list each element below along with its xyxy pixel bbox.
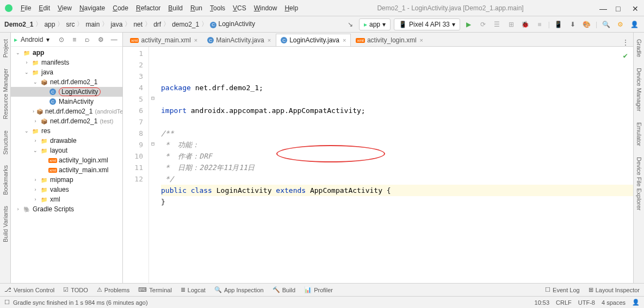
breadcrumb-item[interactable]: app: [44, 21, 55, 28]
tool-window-profiler[interactable]: 📊Profiler: [304, 286, 333, 293]
tree-item[interactable]: ⌄📁res: [11, 126, 122, 136]
maximize-button[interactable]: □: [616, 4, 623, 12]
breadcrumb-item[interactable]: main: [85, 21, 100, 28]
sync-icon[interactable]: ↘: [345, 19, 356, 30]
tool-window-problems[interactable]: ⚠Problems: [97, 286, 129, 293]
avatar-icon[interactable]: 👤: [629, 19, 640, 30]
inspection-status-icon[interactable]: ✔: [623, 50, 628, 61]
tree-item[interactable]: CMainActivity: [11, 97, 122, 106]
tool-window-build[interactable]: 🔨Build: [273, 286, 295, 293]
tree-item[interactable]: CLoginActivity: [11, 87, 122, 97]
menu-view[interactable]: View: [54, 3, 75, 13]
settings-icon[interactable]: ⚙: [615, 19, 626, 30]
attach-debugger-icon[interactable]: 🐞: [520, 19, 531, 30]
menu-code[interactable]: Code: [109, 3, 132, 13]
expand-all-icon[interactable]: ≡: [70, 34, 79, 45]
tool-tab-emulator[interactable]: Emulator: [636, 120, 642, 148]
tool-tab-build-variants[interactable]: Build Variants: [2, 204, 9, 244]
menu-help[interactable]: Help: [281, 3, 301, 13]
menu-build[interactable]: Build: [165, 3, 186, 13]
tool-window-logcat[interactable]: ≣Logcat: [181, 286, 206, 293]
tool-tab-device-file-explorer[interactable]: Device File Explorer: [636, 155, 642, 212]
menu-run[interactable]: Run: [187, 3, 206, 13]
breadcrumb-item[interactable]: demo2_1: [172, 21, 199, 28]
run-config-selector[interactable]: ▸app▾: [359, 18, 391, 30]
tool-tab-structure[interactable]: Structure: [2, 128, 9, 157]
breadcrumb-item[interactable]: C LoginActivity: [210, 20, 255, 28]
tree-item[interactable]: ›📁manifests: [11, 58, 122, 67]
editor-tab[interactable]: xmlactivity_main.xml×: [125, 34, 202, 46]
tree-item[interactable]: xmlactivity_login.xml: [11, 155, 122, 165]
minimize-button[interactable]: —: [599, 4, 607, 12]
tree-item[interactable]: ›📦net.drf.demo2_1(androidTest): [11, 106, 122, 116]
tree-item[interactable]: ›📁xml: [11, 194, 122, 204]
tree-item[interactable]: ›🐘Gradle Scripts: [11, 204, 122, 214]
tool-window-event-log[interactable]: ☐Event Log: [545, 286, 580, 293]
resource-manager-icon[interactable]: 🎨: [581, 19, 592, 30]
sidebar-view-selector[interactable]: Android: [21, 36, 43, 43]
coverage-button[interactable]: ☰: [492, 19, 503, 30]
editor-tab[interactable]: xmlactivity_login.xml×: [351, 34, 428, 46]
editor-tab[interactable]: CLoginActivity.java×: [276, 34, 351, 46]
tool-tab-device-manager[interactable]: Device Manager: [636, 66, 642, 114]
tree-item[interactable]: ⌄📦net.drf.demo2_1: [11, 77, 122, 87]
file-encoding[interactable]: UTF-8: [578, 299, 595, 306]
breadcrumb-item[interactable]: Demo2_1: [4, 21, 33, 28]
editor-tab[interactable]: CMainActivity.java×: [202, 34, 276, 46]
breadcrumb[interactable]: Demo2_1〉app〉src〉main〉java〉net〉drf〉demo2_…: [4, 20, 345, 29]
menu-file[interactable]: File: [17, 3, 34, 13]
tree-item[interactable]: ›📦net.drf.demo2_1(test): [11, 116, 122, 126]
profile-button[interactable]: ⊞: [506, 19, 517, 30]
tool-tab-resource-manager[interactable]: Resource Manager: [2, 66, 9, 122]
menu-navigate[interactable]: Navigate: [76, 3, 108, 13]
tool-window-layout-inspector[interactable]: ⊞Layout Inspector: [589, 286, 640, 293]
menu-vcs[interactable]: VCS: [230, 3, 250, 13]
menu-refactor[interactable]: Refactor: [133, 3, 164, 13]
tree-item[interactable]: ⌄📁java: [11, 67, 122, 77]
close-button[interactable]: ✕: [632, 4, 640, 12]
project-sidebar: ▸ Android ▾ ⊙ ≡ ⫐ ⚙ — ⌄📁app›📁manifests⌄📁…: [11, 33, 123, 283]
tabs-menu-icon[interactable]: ⋮: [618, 39, 633, 46]
tool-tab-gradle[interactable]: Gradle: [636, 37, 642, 59]
tool-window-todo[interactable]: ☑TODO: [63, 286, 88, 293]
menu-tools[interactable]: Tools: [207, 3, 228, 13]
tree-item[interactable]: xmlactivity_main.xml: [11, 165, 122, 175]
breadcrumb-item[interactable]: src: [66, 21, 75, 28]
breadcrumb-item[interactable]: java: [110, 21, 122, 28]
tool-tab-project[interactable]: Project: [2, 37, 9, 60]
close-tab-icon[interactable]: ×: [194, 37, 197, 43]
tree-item[interactable]: ⌄📁layout: [11, 146, 122, 155]
close-tab-icon[interactable]: ×: [268, 37, 271, 43]
tool-window-app-inspection[interactable]: 🔍App Inspection: [214, 286, 264, 293]
gear-icon[interactable]: ⚙: [96, 34, 106, 45]
breadcrumb-item[interactable]: net: [133, 21, 143, 28]
close-tab-icon[interactable]: ×: [343, 37, 346, 43]
stop-button[interactable]: ■: [534, 19, 545, 30]
cursor-position[interactable]: 10:53: [535, 299, 550, 306]
line-separator[interactable]: CRLF: [556, 299, 572, 306]
close-tab-icon[interactable]: ×: [420, 37, 423, 43]
collapse-all-icon[interactable]: ⫐: [83, 34, 92, 45]
tree-item[interactable]: ⌄📁app: [11, 48, 122, 58]
tree-item[interactable]: ›📁mipmap: [11, 175, 122, 185]
inspection-indicator-icon[interactable]: 👤: [632, 299, 640, 306]
menu-edit[interactable]: Edit: [35, 3, 53, 13]
tool-window-terminal[interactable]: ⌨Terminal: [138, 286, 172, 293]
select-opened-icon[interactable]: ⊙: [56, 34, 66, 45]
debug-button[interactable]: ⟳: [478, 19, 488, 30]
project-tree[interactable]: ⌄📁app›📁manifests⌄📁java⌄📦net.drf.demo2_1C…: [11, 47, 122, 283]
tool-tab-bookmarks[interactable]: Bookmarks: [2, 163, 9, 197]
search-icon[interactable]: 🔍: [600, 19, 611, 30]
hide-icon[interactable]: —: [109, 34, 119, 45]
device-selector[interactable]: 📱Pixel 4 API 33▾: [394, 18, 460, 30]
sdk-manager-icon[interactable]: ⬇: [567, 19, 578, 30]
code-editor[interactable]: 123456789101112 ⊟⊟ ✔ package net.drf.dem…: [123, 47, 633, 283]
tree-item[interactable]: ›📁values: [11, 185, 122, 194]
indent-setting[interactable]: 4 spaces: [602, 299, 626, 306]
avd-manager-icon[interactable]: 📱: [553, 19, 564, 30]
tree-item[interactable]: ›📁drawable: [11, 136, 122, 146]
tool-window-version-control[interactable]: ⎇Version Control: [4, 286, 54, 293]
breadcrumb-item[interactable]: drf: [153, 21, 161, 28]
run-button[interactable]: ▶: [463, 19, 474, 30]
menu-window[interactable]: Window: [251, 3, 281, 13]
